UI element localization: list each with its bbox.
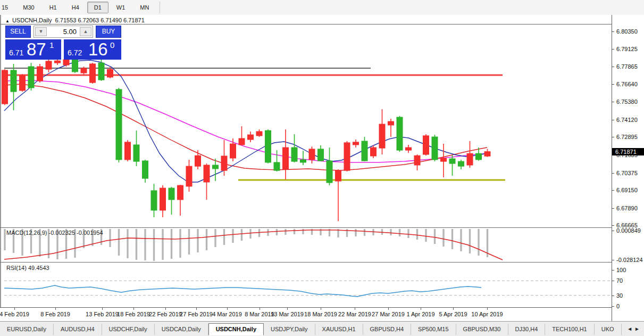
date-axis-tick (421, 308, 421, 310)
date-axis-label: 22 Feb 2019 (149, 311, 182, 317)
toolbar-separator (160, 2, 160, 13)
macd-label: MACD(12,26,9) -0.002325 -0.001954 (6, 230, 103, 236)
date-axis-label: 27 Mar 2019 (372, 311, 405, 317)
timeframe-button-mn[interactable]: MN (133, 2, 156, 13)
price-axis-label: 6.80350 (616, 28, 638, 35)
sell-button[interactable]: SELL (5, 26, 31, 38)
timeframe-toolbar: 15M30H1H4D1W1MN (0, 0, 644, 15)
price-axis-tick (612, 31, 614, 32)
chart-tab-usdchf-daily[interactable]: USDCHF,Daily (102, 324, 155, 335)
price-axis-tick (612, 173, 614, 174)
date-axis-tick (133, 308, 134, 310)
timeframe-button-w1[interactable]: W1 (110, 2, 132, 13)
buy-price-big: 16 (88, 40, 108, 58)
sell-price-big: 87 (27, 40, 46, 58)
macd-axis-min-tick (612, 260, 614, 260)
rsi-axis-30: 30 (616, 292, 623, 299)
date-axis-tick (227, 308, 228, 310)
collapse-triangle-icon[interactable]: ▲ (5, 19, 10, 23)
date-axis-label: 4 Feb 2019 (0, 311, 29, 317)
volume-increase-button[interactable]: ▲ (80, 27, 91, 36)
date-axis-label: 8 Feb 2019 (40, 311, 70, 317)
date-axis-label: 10 Apr 2019 (471, 311, 503, 317)
buy-price-sup: 0 (110, 40, 114, 50)
chart-tab-xauusd-h1[interactable]: XAUUSD,H1 (315, 324, 363, 335)
date-axis-label: 18 Feb 2019 (117, 311, 150, 317)
buy-button[interactable]: BUY (96, 26, 121, 38)
price-axis-tick (612, 84, 614, 85)
chart-ohlc-values: 6.71553 6.72063 6.71490 6.71871 (55, 17, 145, 23)
macd-axis-min: -0.028124 (616, 257, 643, 263)
chart-tab-dj30-h4[interactable]: DJ30,H4 (508, 324, 546, 335)
rsi-label: RSI(14) 49.4543 (6, 265, 49, 271)
price-axis-label: 6.79125 (616, 46, 638, 52)
price-axis-label: 6.67890 (616, 205, 638, 211)
date-axis-tick (165, 308, 166, 310)
price-axis-label: 6.77865 (616, 63, 638, 70)
chart-tab-uko[interactable]: UKO (595, 324, 622, 335)
date-axis-label: 1 Apr 2019 (406, 311, 434, 317)
price-axis[interactable]: 6.803506.791256.778656.766406.753806.741… (612, 15, 644, 321)
price-axis-label: 6.74120 (616, 117, 638, 123)
price-axis-tick (612, 225, 614, 226)
timeframe-button-h4[interactable]: H4 (65, 2, 86, 13)
chart-tab-gbpusd-h4[interactable]: GBPUSD,H4 (363, 324, 412, 335)
chart-tab-usdcnh-daily[interactable]: USDCNH,Daily (208, 323, 264, 335)
price-axis-tick (612, 190, 614, 191)
rsi-axis-70: 70 (616, 277, 623, 284)
date-axis-tick (196, 308, 197, 310)
date-axis-tick (287, 308, 288, 310)
date-axis-label: 4 Mar 2019 (212, 311, 242, 317)
price-axis-label: 6.69150 (616, 187, 638, 193)
price-axis-label: 6.76640 (616, 81, 638, 87)
chart-tab-audusd-h4[interactable]: AUDUSD,H4 (54, 324, 102, 335)
buy-price-small: 6.72 (68, 48, 82, 57)
date-axis-tick (355, 308, 355, 310)
date-axis-tick (14, 308, 15, 310)
timeframe-button-m30[interactable]: M30 (16, 2, 41, 13)
macd-axis-max: 0.000849 (616, 227, 641, 234)
sell-price-sup: 1 (49, 40, 54, 50)
chart-tab-eurusd-daily[interactable]: EURUSD,Daily (0, 324, 54, 335)
rsi-axis-30-tick (612, 296, 614, 296)
date-axis-label: 22 Mar 2019 (338, 311, 371, 317)
date-axis-label: 13 Mar 2019 (271, 311, 304, 317)
rsi-axis-0-tick (612, 306, 614, 307)
volume-decrease-button[interactable]: ▼ (35, 27, 47, 36)
price-axis-tick (612, 67, 614, 67)
buy-price-display[interactable]: 6.72 16 0 (64, 39, 121, 60)
timeframe-button-15[interactable]: 15 (0, 2, 15, 13)
timeframe-button-h1[interactable]: H1 (43, 2, 64, 13)
chart-tab-bar: EURUSD,DailyAUDUSD,H4USDCHF,DailyUSDCAD,… (0, 321, 644, 336)
chart-tab-usdcad-daily[interactable]: USDCAD,Daily (155, 324, 208, 335)
chart-symbol-label: USDCNH,Daily (12, 17, 52, 23)
date-axis-tick (55, 308, 56, 310)
current-price-tag: 6.71871 (612, 148, 644, 155)
timeframe-button-d1[interactable]: D1 (87, 2, 108, 13)
one-click-trade-panel: SELL ▼ 5.00 ▲ BUY 6.71 87 1 6.72 16 0 (5, 26, 121, 60)
date-axis-label: 18 Mar 2019 (304, 311, 337, 317)
date-axis-tick (102, 308, 103, 310)
rsi-panel[interactable] (4, 263, 612, 307)
date-axis[interactable]: 4 Feb 20198 Feb 201913 Feb 201918 Feb 20… (0, 307, 612, 321)
date-axis-label: 13 Feb 2019 (86, 311, 119, 317)
price-axis-label: 6.72895 (616, 134, 638, 140)
price-axis-tick (612, 49, 614, 50)
price-axis-label: 6.75380 (616, 99, 638, 105)
chart-tab-sp500-m15[interactable]: SP500,M15 (411, 324, 456, 335)
price-axis-tick (612, 102, 614, 102)
rsi-axis-100-tick (612, 270, 614, 271)
date-axis-tick (453, 308, 454, 310)
sell-price-display[interactable]: 6.71 87 1 (5, 39, 61, 60)
chart-tab-usdjpy-daily[interactable]: USDJPY,Daily (264, 324, 315, 335)
price-axis-label: 6.70375 (616, 170, 638, 176)
rsi-axis-0: 0 (616, 303, 620, 309)
chart-tab-gbpusd-m30[interactable]: GBPUSD,M30 (456, 324, 508, 335)
date-axis-label: 27 Feb 2019 (180, 311, 213, 317)
volume-input[interactable]: 5.00 (63, 28, 77, 36)
price-axis-tick (612, 208, 614, 209)
tab-scroll-arrows[interactable]: ◄► (627, 326, 642, 332)
rsi-axis-100: 100 (616, 267, 626, 273)
chart-tab-tech100-h1[interactable]: TECH100,H1 (545, 324, 594, 335)
date-axis-tick (260, 308, 260, 310)
